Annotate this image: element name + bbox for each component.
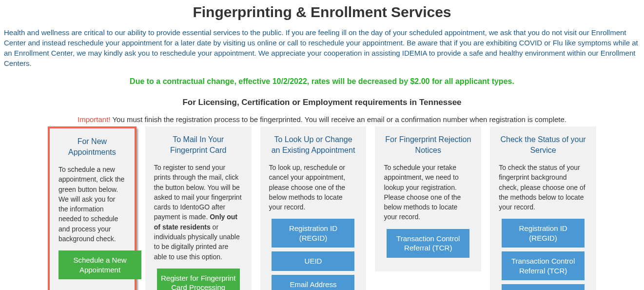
card-text: To schedule a new appointment, click the… xyxy=(59,165,126,244)
lookup-regid-button[interactable]: Registration ID (REGID) xyxy=(272,219,354,248)
card-title: To Mail In Your Fingerprint Card xyxy=(154,134,243,156)
status-regid-button[interactable]: Registration ID (REGID) xyxy=(502,219,585,248)
status-tcr-button[interactable]: Transaction Control Referral (TCR) xyxy=(502,251,585,280)
intro-text: Health and wellness are critical to our … xyxy=(4,27,640,68)
cards-row: For New Appointments To schedule a new a… xyxy=(4,126,640,290)
card-new-appointments: For New Appointments To schedule a new a… xyxy=(48,126,137,290)
card-lookup-change: To Look Up or Change an Existing Appoint… xyxy=(260,126,367,290)
important-label: Important! xyxy=(78,115,111,124)
card-text: To register to send your prints through … xyxy=(154,163,243,262)
card-title: For New Appointments xyxy=(59,136,126,158)
schedule-new-appointment-button[interactable]: Schedule a New Appointment xyxy=(59,250,141,279)
register-fingerprint-card-button[interactable]: Register for Fingerprint Card Processing… xyxy=(157,269,240,290)
lookup-ueid-button[interactable]: UEID xyxy=(272,251,354,271)
card-new-appointments-highlight: For New Appointments To schedule a new a… xyxy=(48,126,137,290)
card-rejection-notices: For Fingerprint Rejection Notices To sch… xyxy=(375,126,481,271)
page-title: Fingerprinting & Enrollment Services xyxy=(4,4,640,21)
card-text: To schedule your retake appointment, we … xyxy=(384,163,472,222)
card-title: Check the Status of your Service xyxy=(499,134,587,156)
card-mail-in: To Mail In Your Fingerprint Card To regi… xyxy=(145,126,252,290)
card-text: To look up, reschedule or cancel your ap… xyxy=(269,163,358,212)
card-text-pre: To register to send your prints through … xyxy=(154,164,242,221)
card-check-status: Check the Status of your Service To chec… xyxy=(490,126,596,290)
status-email-button[interactable]: Email Address xyxy=(502,284,585,290)
card-text: To check the status of your fingerprint … xyxy=(499,163,587,212)
rate-change-notice: Due to a contractual change, effective 1… xyxy=(4,77,640,86)
rejection-tcr-button[interactable]: Transaction Control Referral (TCR) xyxy=(387,229,469,258)
lookup-email-button[interactable]: Email Address xyxy=(272,275,354,290)
important-notice: Important! You must finish the registrat… xyxy=(4,115,640,124)
important-text: You must finish the registration process… xyxy=(111,115,567,124)
card-title: For Fingerprint Rejection Notices xyxy=(384,134,472,156)
card-title: To Look Up or Change an Existing Appoint… xyxy=(269,134,358,156)
subheading: For Licensing, Certification or Employme… xyxy=(4,98,640,107)
